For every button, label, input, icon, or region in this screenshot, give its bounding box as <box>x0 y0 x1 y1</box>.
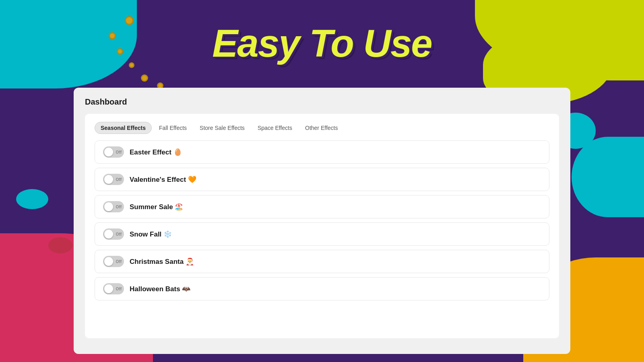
toggle-off-label-easter: Off <box>116 150 122 154</box>
toggle-off-label-valentines: Off <box>116 177 122 182</box>
toggle-off-label-christmas-santa: Off <box>116 259 122 264</box>
tab-fall[interactable]: Fall Effects <box>153 122 192 134</box>
effect-row-snow-fall: Off Snow Fall ❄️ <box>95 222 549 246</box>
toggle-track-easter: Off <box>103 146 124 158</box>
toggle-knob-summer-sale <box>104 202 113 211</box>
toggle-snow-fall[interactable]: Off <box>103 228 124 240</box>
toggle-off-label-halloween-bats: Off <box>116 287 122 291</box>
dashboard-title: Dashboard <box>85 97 559 107</box>
inner-panel: Seasonal Effects Fall Effects Store Sale… <box>85 114 559 338</box>
toggle-knob-christmas-santa <box>104 257 113 266</box>
toggle-christmas-santa[interactable]: Off <box>103 256 124 267</box>
toggle-track-snow-fall: Off <box>103 228 124 240</box>
tab-seasonal[interactable]: Seasonal Effects <box>95 122 152 134</box>
effect-name-easter: Easter Effect 🥚 <box>130 148 182 156</box>
toggle-knob-halloween-bats <box>104 284 113 293</box>
bg-blob-teal-left-mid <box>16 189 48 209</box>
dashboard-card: Dashboard Seasonal Effects Fall Effects … <box>74 88 570 354</box>
effect-name-snow-fall: Snow Fall ❄️ <box>130 230 172 239</box>
bg-blob-teal-right2 <box>572 137 644 217</box>
hero-section: Easy To Use <box>0 0 644 86</box>
effect-row-summer-sale: Off Summer Sale 🏖️ <box>95 195 549 218</box>
effect-row-easter: Off Easter Effect 🥚 <box>95 140 549 164</box>
effect-name-summer-sale: Summer Sale 🏖️ <box>130 203 183 211</box>
toggle-knob-valentines <box>104 175 113 184</box>
toggle-track-christmas-santa: Off <box>103 256 124 267</box>
tab-space[interactable]: Space Effects <box>252 122 298 134</box>
toggle-easter[interactable]: Off <box>103 146 124 158</box>
tabs-row: Seasonal Effects Fall Effects Store Sale… <box>95 122 549 134</box>
effect-row-halloween-bats: Off Halloween Bats 🦇 <box>95 277 549 300</box>
toggle-track-summer-sale: Off <box>103 201 124 212</box>
tab-store-sale[interactable]: Store Sale Effects <box>194 122 250 134</box>
effect-name-valentines: Valentine's Effect 🧡 <box>130 175 196 184</box>
toggle-knob-snow-fall <box>104 230 113 239</box>
toggle-knob-easter <box>104 148 113 156</box>
tab-other[interactable]: Other Effects <box>299 122 343 134</box>
effect-name-halloween-bats: Halloween Bats 🦇 <box>130 285 190 293</box>
toggle-off-label-summer-sale: Off <box>116 205 122 209</box>
hero-title: Easy To Use <box>212 21 431 66</box>
effects-list: Off Easter Effect 🥚 Off Valentine's Effe… <box>95 140 549 300</box>
toggle-valentines[interactable]: Off <box>103 174 124 185</box>
toggle-halloween-bats[interactable]: Off <box>103 283 124 294</box>
effect-row-valentines: Off Valentine's Effect 🧡 <box>95 168 549 191</box>
toggle-off-label-snow-fall: Off <box>116 232 122 237</box>
effect-row-christmas-santa: Off Christmas Santa 🎅 <box>95 250 549 273</box>
effect-name-christmas-santa: Christmas Santa 🎅 <box>130 257 194 266</box>
toggle-track-valentines: Off <box>103 174 124 185</box>
toggle-track-halloween-bats: Off <box>103 283 124 294</box>
bg-blob-red-mid-left <box>48 237 72 253</box>
toggle-summer-sale[interactable]: Off <box>103 201 124 212</box>
